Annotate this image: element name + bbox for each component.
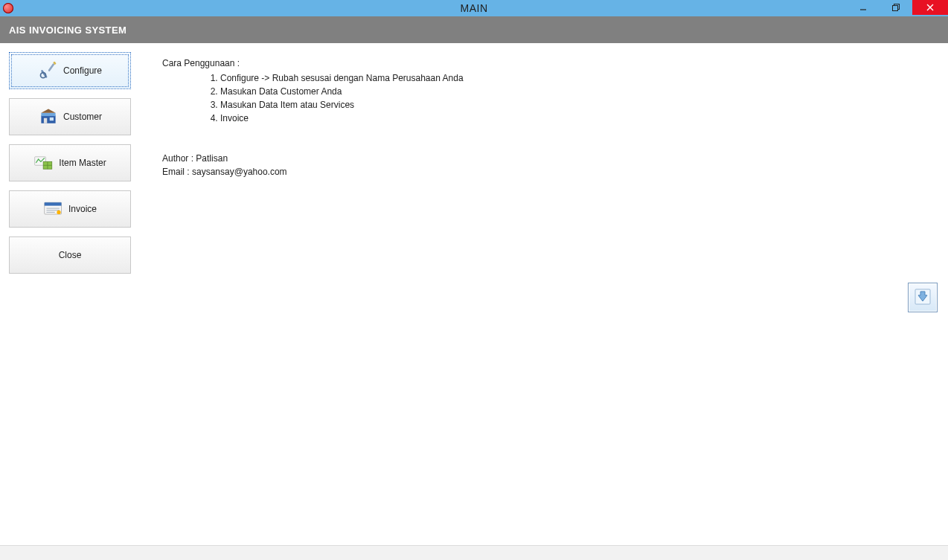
menubar-title: AIS INVOICING SYSTEM: [9, 25, 126, 36]
window-title: MAIN: [0, 2, 948, 14]
svg-rect-9: [41, 113, 55, 116]
invoice-icon: [43, 199, 64, 219]
window-controls: [847, 0, 948, 16]
menubar: AIS INVOICING SYSTEM: [0, 16, 948, 43]
usage-steps: Configure -> Rubah sesusai dengan Nama P…: [220, 71, 926, 125]
arrow-down-icon: [914, 288, 932, 308]
customer-label: Customer: [63, 112, 102, 122]
svg-rect-11: [50, 118, 54, 120]
usage-step: Masukan Data Item atau Services: [220, 98, 926, 112]
invoice-label: Invoice: [68, 204, 97, 214]
email-line: Email : saysansay@yahoo.com: [162, 165, 926, 178]
tools-icon: [38, 60, 59, 81]
sidebar: Configure Customer: [0, 43, 140, 545]
author-line: Author : Patlisan: [162, 152, 926, 165]
app-icon: [3, 3, 13, 13]
close-label: Close: [59, 250, 82, 260]
configure-button[interactable]: Configure: [9, 52, 131, 89]
configure-label: Configure: [63, 65, 102, 76]
minimize-button[interactable]: [847, 0, 880, 15]
maximize-button[interactable]: [880, 0, 912, 15]
itemmaster-button[interactable]: Item Master: [9, 144, 131, 181]
scroll-down-button[interactable]: [908, 283, 938, 312]
svg-rect-10: [44, 118, 47, 123]
usage-step: Configure -> Rubah sesusai dengan Nama P…: [220, 71, 926, 85]
svg-rect-2: [893, 6, 898, 11]
content-area: Cara Penggunaan : Configure -> Rubah ses…: [140, 43, 948, 545]
close-app-button[interactable]: Close: [9, 236, 131, 274]
svg-point-21: [57, 210, 60, 214]
usage-step: Masukan Data Customer Anda: [220, 85, 926, 98]
titlebar: MAIN: [0, 0, 948, 16]
customer-button[interactable]: Customer: [9, 98, 131, 135]
usage-title: Cara Penggunaan :: [162, 57, 926, 70]
invoice-button[interactable]: Invoice: [9, 190, 131, 228]
usage-step: Invoice: [220, 112, 926, 125]
statusbar: [0, 545, 948, 560]
store-icon: [38, 106, 59, 127]
itemmaster-label: Item Master: [59, 158, 106, 168]
svg-rect-17: [45, 202, 62, 205]
package-icon: [33, 152, 54, 173]
workspace: Configure Customer: [0, 43, 948, 545]
close-button[interactable]: [912, 0, 948, 15]
svg-rect-5: [48, 63, 54, 72]
